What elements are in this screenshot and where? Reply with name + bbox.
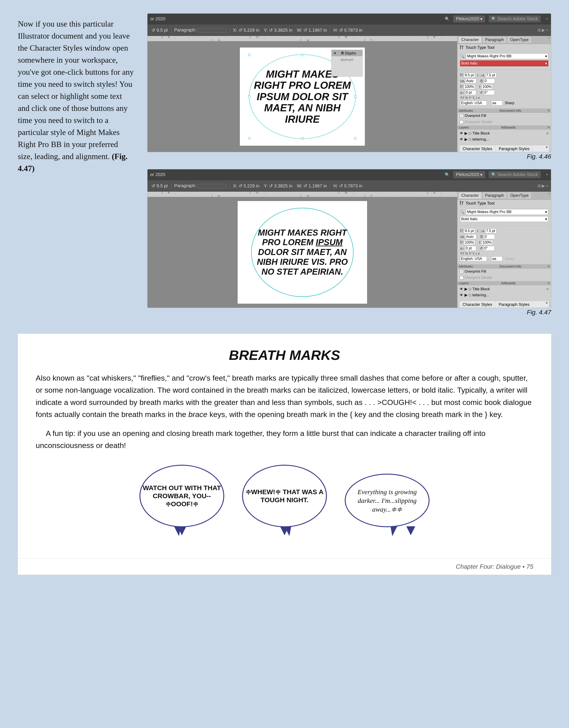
search-adobe-stock-47[interactable]: 🔍 Search Adobe Stock xyxy=(489,171,541,178)
overprint-stroke-checkbox-47[interactable] xyxy=(460,276,463,280)
illustrator-window-46: or 2020 🔍 Plekos2020 ▾ 🔍 Search Adobe St… xyxy=(147,13,551,152)
y-coord-46: Y: ↺ 3.3825 in xyxy=(262,27,294,33)
baseline-input-47[interactable]: 0 pt xyxy=(465,246,476,251)
w-coord-46: W: ↺ 1.1967 in xyxy=(296,27,328,33)
font-name-47: Might Makes Right Pro BB xyxy=(467,210,511,214)
hscale-input-46[interactable]: 100% xyxy=(482,84,493,89)
tab-paragraph-47[interactable]: Paragraph xyxy=(482,192,507,199)
eye-icon2-46: 👁 xyxy=(460,137,463,141)
right-figures: or 2020 🔍 Plekos2020 ▾ 🔍 Search Adobe St… xyxy=(147,13,551,316)
kerning-row-47: VA Auto ☰ 0 xyxy=(460,234,548,240)
handle-ml[interactable] xyxy=(248,95,251,98)
font-size-46[interactable]: ↺ 9.5 pt xyxy=(150,27,169,33)
tab-opentype-47[interactable]: OpenType xyxy=(507,192,532,199)
workspace-47[interactable]: Plekos2020 ▾ xyxy=(453,171,485,178)
y-coord-47: Y: ↺ 3.3825 in xyxy=(262,183,294,189)
font-dropdown-47[interactable]: Might Makes Right Pro BB ▾ xyxy=(466,209,548,215)
overprint-fill-checkbox-47[interactable] xyxy=(460,270,463,273)
font-dropdown-46[interactable]: Might Makes Right Pro BB ▾ xyxy=(466,53,548,59)
right-panel-46: Character Paragraph OpenType ≡ ꟾT Touch … xyxy=(457,36,551,152)
eye-icon-47: 👁 xyxy=(460,287,463,291)
handle-mr[interactable] xyxy=(354,95,356,98)
char-styles-tab-47[interactable]: Character Styles xyxy=(459,301,496,308)
attributes-label-47: Attributes xyxy=(459,264,473,268)
layers-menu-47[interactable]: ≡ xyxy=(548,281,550,285)
rotation-input-47[interactable]: 0° xyxy=(484,246,495,251)
page-footer: Chapter Four: Dialogue • 75 xyxy=(18,558,551,575)
artboards-label-46: Artboards xyxy=(501,125,516,129)
panel-menu-icon-47[interactable]: ≡ xyxy=(548,192,550,199)
layers-menu-46[interactable]: ≡ xyxy=(548,126,550,129)
font-style-row-47: Bold Italic ▾ xyxy=(460,216,548,222)
figure-ref: (Fig. 4.47) xyxy=(18,152,128,173)
breath-body-1: Also known as "cat whiskers," "fireflies… xyxy=(36,372,533,421)
handle-bm[interactable] xyxy=(301,137,303,139)
artboards-content-46: 👁 ▶ □ Title Block ○ 👁 ▶ xyxy=(457,129,551,143)
attributes-menu-47[interactable]: ≡ xyxy=(548,265,550,268)
para-styles-tab-46[interactable]: Paragraph Styles xyxy=(496,145,533,152)
handle-br[interactable] xyxy=(354,137,356,139)
tab-opentype-46[interactable]: OpenType xyxy=(507,36,532,43)
language-input-46[interactable]: English: USA xyxy=(460,101,487,106)
handle-bl[interactable] xyxy=(248,137,251,139)
char-styles-menu-47[interactable]: ≡ xyxy=(544,301,549,308)
overprint-fill-46: Overprint Fill xyxy=(457,113,551,119)
handle-tm[interactable] xyxy=(301,54,303,56)
close-icon-glyph[interactable]: ✕ xyxy=(333,51,336,55)
hscale-input-47[interactable]: 100% xyxy=(482,240,493,245)
tracking-input-46[interactable]: 0 xyxy=(484,79,495,83)
speech-bubbles-container: WATCH OUT WITH THAT CROWBAR, YOU-- ≑OOOF… xyxy=(36,465,533,536)
left-text-column: Now if you use this particular Illustrat… xyxy=(18,13,134,316)
font-style-dropdown-47[interactable]: Bold Italic ▾ xyxy=(460,216,548,222)
tab-character-46[interactable]: Character xyxy=(458,36,482,43)
overprint-stroke-label-47: Overprint Stroke xyxy=(465,276,492,280)
leading-input-47[interactable]: 7.5 pt xyxy=(485,228,496,233)
vscale-input-47[interactable]: 100% xyxy=(464,240,475,245)
pt-input-47[interactable]: 9.5 pt xyxy=(464,228,475,233)
tab-paragraph-46[interactable]: Paragraph xyxy=(482,36,507,43)
opentype-row-46: TT Tr T' T, I ≠ xyxy=(460,95,548,100)
body-47: . |4, . . . . . |½, . . . . . |¾, . . . … xyxy=(147,192,551,308)
overprint-stroke-checkbox-46[interactable] xyxy=(460,120,463,124)
aa-input-46[interactable]: aa xyxy=(491,101,503,106)
baseline-input-46[interactable]: 0 pt xyxy=(465,90,476,95)
overprint-fill-checkbox-46[interactable] xyxy=(460,114,463,118)
workspace-46[interactable]: Plekos2020 ▾ xyxy=(453,15,485,23)
para-styles-tab-47[interactable]: Paragraph Styles xyxy=(496,301,533,308)
search-adobe-stock-46[interactable]: 🔍 Search Adobe Stock xyxy=(489,15,541,22)
doc-info-label-47: Document Info xyxy=(499,264,521,268)
w-coord-47: W: ↺ 1.1967 in xyxy=(296,183,328,189)
style-arrow-46: ▾ xyxy=(545,61,547,66)
sharp-label-46: Sharp xyxy=(505,101,514,105)
attributes-menu-46[interactable]: ≡ xyxy=(548,109,550,112)
canvas-white-47: MIGHT MAKES RIGHT PRO LOREM IPSUM DOLOR … xyxy=(238,201,367,304)
x-coord-46: X: ↺ 5.229 in xyxy=(232,27,261,33)
pt-input-46[interactable]: 9.5 pt xyxy=(464,73,475,78)
kerning-input-46[interactable]: Auto xyxy=(465,79,476,83)
body-46: . |4, . . . . . |½, . . . . . |¾, . . . … xyxy=(147,36,551,152)
figure-47: or 2020 🔍 Plekos2020 ▾ 🔍 Search Adobe St… xyxy=(147,169,551,316)
font-style-dropdown-46[interactable]: Bold Italic ▾ xyxy=(460,60,548,66)
ruler-47: . |4, . . . . . |½, . . . . . |¾, . . . … xyxy=(147,192,457,197)
ruler-46: . |4, . . . . . |½, . . . . . |¾, . . . … xyxy=(147,36,457,41)
kerning-input-47[interactable]: Auto xyxy=(465,234,476,239)
language-input-47[interactable]: English: USA xyxy=(460,256,487,261)
handle-tl[interactable] xyxy=(248,54,251,56)
artboard-row2-47: 👁 ▶ □ lettering... xyxy=(460,292,549,298)
vscale-input-46[interactable]: 100% xyxy=(464,84,475,89)
top-bar-47: or 2020 🔍 Plekos2020 ▾ 🔍 Search Adobe St… xyxy=(147,169,551,180)
rotation-input-46[interactable]: 0° xyxy=(484,90,495,95)
font-size-47[interactable]: ↺ 9.5 pt xyxy=(150,183,169,189)
tracking-input-47[interactable]: 0 xyxy=(484,234,495,239)
panel-menu-icon-46[interactable]: ≡ xyxy=(548,36,550,43)
char-styles-menu-46[interactable]: ≡ xyxy=(544,145,549,152)
right-panel-47: Character Paragraph OpenType ≡ ꟾT Touch … xyxy=(457,192,551,308)
attributes-divider-46: Attributes Document Info ≡ xyxy=(457,108,551,113)
tab-character-47[interactable]: Character xyxy=(458,192,482,199)
char-styles-tab-46[interactable]: Character Styles xyxy=(459,145,496,152)
leading-input-46[interactable]: 7.5 pt xyxy=(485,73,496,78)
bubble-1-wrapper: WATCH OUT WITH THAT CROWBAR, YOU-- ≑OOOF… xyxy=(139,465,224,536)
bubble-2-wrapper: ≑WHEW!≑ THAT WAS A TOUGH NIGHT. xyxy=(242,465,327,536)
glyph-body-46: (glyph grid) xyxy=(332,56,362,63)
aa-input-47[interactable]: aa xyxy=(491,256,503,261)
